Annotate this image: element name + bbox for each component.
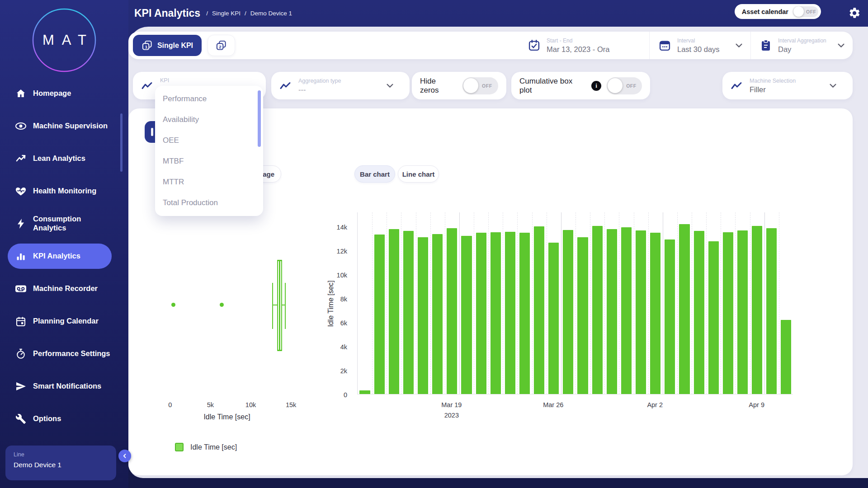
breadcrumb-separator: /	[206, 10, 208, 17]
kpi-option-mttr[interactable]: MTTR	[155, 172, 263, 192]
stopwatch-icon	[15, 348, 27, 359]
info-icon[interactable]: i	[591, 81, 601, 91]
bar-x-tick: Apr 9	[749, 400, 764, 410]
bar-chart-icon	[15, 251, 27, 262]
sidebar-scrollbar-thumb[interactable]	[120, 113, 123, 172]
legend-color-swatch	[175, 443, 184, 451]
bolt-icon	[15, 218, 27, 229]
single-kpi-tab[interactable]: 1 Single KPI	[133, 35, 202, 56]
gridline-vertical	[692, 212, 692, 394]
device-selector-card[interactable]: Line Demo Device 1	[5, 446, 116, 480]
svg-text:1: 1	[145, 44, 148, 49]
kpi-option-performance[interactable]: Performance	[155, 89, 263, 109]
bar	[461, 236, 472, 394]
interval-select[interactable]: Interval Last 30 days	[649, 32, 750, 59]
box-x-tick: 15k	[286, 401, 296, 408]
machine-trend-icon	[731, 81, 742, 91]
eye-icon	[15, 122, 27, 131]
page-title: KPI Analytics	[134, 7, 200, 19]
breadcrumb-device[interactable]: Demo Device 1	[250, 10, 292, 17]
bar-y-tick: 6k	[340, 319, 347, 327]
bar	[374, 235, 385, 394]
start-end-picker[interactable]: Start - End Mar 13, 2023 - Ora	[519, 32, 649, 59]
sidebar-item-kpi-analytics[interactable]: KPI Analytics	[8, 244, 112, 269]
bar	[491, 232, 501, 394]
machine-selection-select[interactable]: Machine Selection Filler	[722, 72, 853, 99]
sidebar-item-performance-settings[interactable]: Performance Settings	[8, 341, 112, 366]
kpi-option-mtbf[interactable]: MTBF	[155, 151, 263, 172]
box-x-tick: 5k	[207, 401, 214, 408]
kpi-option-total-production[interactable]: Total Production	[155, 192, 263, 213]
sidebar-item-smart-notifications[interactable]: Smart Notifications	[8, 374, 112, 399]
aggregation-trend-icon	[279, 81, 291, 91]
breadcrumb-separator: /	[245, 10, 246, 17]
settings-gear-icon[interactable]	[848, 7, 861, 19]
breadcrumb-single-kpi[interactable]: Single KPI	[212, 10, 241, 17]
gridline-vertical	[764, 212, 765, 394]
gridline-vertical	[663, 212, 663, 394]
bar	[723, 232, 733, 394]
device-type-label: Line	[14, 451, 108, 458]
gridline-vertical	[517, 212, 518, 394]
toggle-knob	[463, 78, 478, 93]
aggregation-type-select[interactable]: Aggregation type ---	[271, 72, 410, 99]
gridline-vertical	[503, 212, 503, 394]
interval-aggregation-select[interactable]: Interval Aggregation Day	[750, 32, 853, 59]
box-x-tick: 0	[168, 401, 172, 408]
box-outlier-dot	[171, 303, 175, 307]
trend-up-icon	[15, 153, 27, 164]
cumulative-box-plot-switch[interactable]: OFF	[607, 77, 642, 94]
bar-x-tick: Mar 192023	[441, 400, 462, 421]
send-icon	[15, 381, 27, 391]
toolbar-card: 1 Single KPI 2 Start - End Mar 13, 2023 …	[128, 32, 853, 59]
kpi-option-availability[interactable]: Availability	[155, 109, 263, 130]
sidebar-item-consumption-analytics[interactable]: Consumption Analytics	[8, 211, 112, 236]
bar-x-tick: Apr 2	[647, 400, 663, 410]
gridline-vertical	[706, 212, 707, 394]
kpi-option-oee[interactable]: OEE	[155, 130, 263, 151]
sidebar-item-machine-recorder[interactable]: Machine Recorder	[8, 276, 112, 301]
sidebar-item-machine-supervision[interactable]: Machine Supervision	[8, 113, 112, 139]
asset-calendar-switch[interactable]: OFF	[793, 6, 818, 17]
bar	[607, 229, 617, 394]
bar	[389, 229, 399, 394]
box-median-line	[279, 261, 280, 350]
bar-y-tick: 2k	[340, 367, 347, 375]
dropdown-scrollbar-thumb[interactable]	[258, 90, 261, 147]
bar	[505, 232, 515, 394]
sidebar-item-lean-analytics[interactable]: Lean Analytics	[8, 146, 112, 171]
asset-calendar-toggle[interactable]: Asset calendar OFF	[735, 4, 821, 19]
bar	[650, 233, 660, 394]
box-x-tick: 10k	[245, 401, 256, 408]
bar	[679, 224, 689, 394]
bar-chart-button[interactable]: Bar chart	[354, 165, 395, 183]
line-chart-button[interactable]: Line chart	[398, 165, 439, 183]
sidebar-item-health-monitoring[interactable]: Health Monitoring	[8, 178, 112, 204]
sidebar-collapse-button[interactable]	[118, 450, 131, 462]
gridline-vertical	[547, 212, 547, 394]
toggle-knob	[793, 6, 804, 17]
bar	[752, 226, 762, 394]
toggle-knob	[608, 78, 623, 93]
bar	[781, 320, 791, 394]
logo-text: MAT	[42, 32, 94, 48]
sidebar-item-planning-calendar[interactable]: Planning Calendar	[8, 309, 112, 334]
bar-x-tick: Mar 26	[543, 400, 563, 410]
hide-zeros-switch[interactable]: OFF	[462, 77, 498, 94]
bar	[665, 239, 675, 394]
box-whisker-cap-max	[285, 283, 286, 329]
multi-kpi-tab[interactable]: 2	[208, 35, 235, 56]
bar-chart-plot-area	[357, 212, 793, 394]
svg-text:2: 2	[219, 44, 221, 49]
box-plot-x-axis-label: Idle Time [sec]	[142, 413, 312, 421]
box-whisker-cap-min	[272, 283, 273, 329]
bar-y-tick: 12k	[337, 248, 347, 255]
bar-y-tick: 10k	[337, 272, 347, 279]
sidebar-item-homepage[interactable]: Homepage	[8, 81, 112, 106]
bar	[621, 227, 632, 394]
sidebar-item-options[interactable]: Options	[8, 406, 112, 432]
chevron-down-icon	[838, 43, 844, 48]
gridline-vertical	[750, 212, 750, 394]
gridline-vertical	[387, 212, 387, 394]
box-plot-x-ticks: 05k10k15k	[142, 401, 312, 410]
